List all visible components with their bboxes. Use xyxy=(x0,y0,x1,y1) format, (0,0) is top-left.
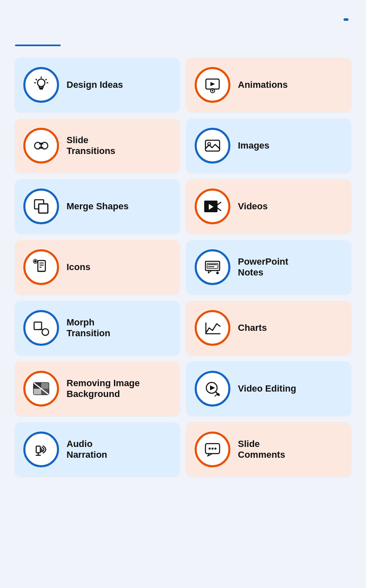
feature-card: Merge Shapes xyxy=(15,179,180,233)
feature-card: SlideTransitions xyxy=(15,119,180,173)
feature-card: MorphTransition xyxy=(15,301,180,355)
feature-label: Charts xyxy=(238,323,267,333)
feature-label: SlideComments xyxy=(238,439,285,461)
video-edit-icon-circle xyxy=(195,371,230,407)
feature-card: Animations xyxy=(186,58,351,112)
feature-label: MorphTransition xyxy=(67,317,110,339)
animation-icon-circle xyxy=(195,67,230,103)
svg-point-10 xyxy=(212,90,213,92)
svg-point-28 xyxy=(34,260,37,263)
brand-icon xyxy=(344,18,349,21)
svg-marker-48 xyxy=(210,385,215,390)
feature-label: Merge Shapes xyxy=(67,201,129,212)
feature-label: SlideTransitions xyxy=(67,135,115,157)
feature-card: PowerPointNotes xyxy=(186,240,351,294)
svg-point-54 xyxy=(209,447,211,449)
features-grid: Design Ideas Animations SlideTransitions… xyxy=(15,58,351,476)
feature-card: SlideComments xyxy=(186,422,351,476)
comments-icon-circle xyxy=(195,432,230,467)
video-icon-circle xyxy=(195,189,230,224)
feature-card: Videos xyxy=(186,179,351,233)
svg-rect-14 xyxy=(205,140,220,151)
feature-label: Video Editing xyxy=(238,383,296,394)
notes-icon-circle xyxy=(195,249,230,285)
shapes-icon-circle xyxy=(23,189,59,224)
feature-card: Design Ideas xyxy=(15,58,180,112)
remove-bg-icon-circle xyxy=(23,371,59,407)
svg-point-55 xyxy=(212,447,214,449)
title-underline xyxy=(15,45,61,46)
bulb-icon-circle xyxy=(23,67,59,103)
svg-marker-9 xyxy=(210,82,215,86)
feature-card: Removing ImageBackground xyxy=(15,362,180,416)
morph-icon-circle xyxy=(23,310,59,346)
svg-rect-33 xyxy=(207,263,218,268)
svg-line-21 xyxy=(218,202,221,205)
feature-card: AudioNarration xyxy=(15,422,180,476)
svg-rect-23 xyxy=(38,261,45,271)
brand-logo xyxy=(344,18,351,21)
feature-card: Icons xyxy=(15,240,180,294)
svg-line-22 xyxy=(218,208,221,211)
feature-label: Images xyxy=(238,140,270,151)
feature-card: Charts xyxy=(186,301,351,355)
svg-rect-36 xyxy=(34,322,42,330)
feature-card: Images xyxy=(186,119,351,173)
svg-point-0 xyxy=(37,79,45,87)
image-icon-circle xyxy=(195,128,230,164)
svg-line-38 xyxy=(40,329,43,330)
feature-label: Icons xyxy=(67,262,90,273)
page-header xyxy=(15,17,351,39)
svg-rect-30 xyxy=(205,261,220,270)
feature-label: Design Ideas xyxy=(67,79,123,90)
audio-icon-circle xyxy=(23,432,59,467)
feature-label: PowerPointNotes xyxy=(238,256,288,278)
chain-icon-circle xyxy=(23,128,59,164)
svg-point-56 xyxy=(215,447,217,449)
feature-card: Video Editing xyxy=(186,362,351,416)
svg-line-3 xyxy=(36,79,37,80)
svg-rect-43 xyxy=(41,383,49,389)
svg-rect-17 xyxy=(39,204,48,213)
feature-label: AudioNarration xyxy=(67,439,107,461)
feature-label: Animations xyxy=(238,79,288,90)
svg-point-34 xyxy=(216,272,219,274)
icons-icon-circle xyxy=(23,249,59,285)
svg-rect-50 xyxy=(36,446,40,453)
svg-line-2 xyxy=(46,79,47,80)
svg-rect-44 xyxy=(34,389,41,394)
chart-icon-circle xyxy=(195,310,230,346)
feature-label: Removing ImageBackground xyxy=(67,378,140,400)
feature-label: Videos xyxy=(238,201,268,212)
